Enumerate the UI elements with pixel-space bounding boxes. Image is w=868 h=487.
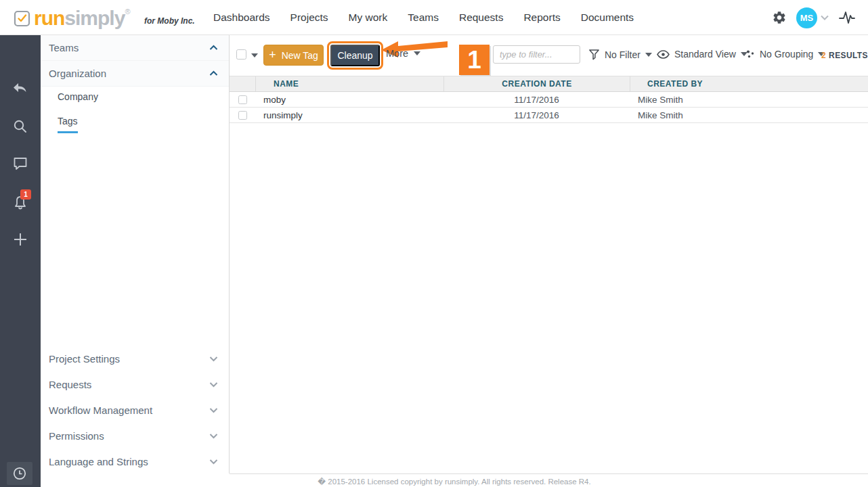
nav-item-reports[interactable]: Reports — [523, 11, 560, 24]
activity-pulse-icon[interactable] — [838, 9, 856, 26]
cell-created-by: Mike Smith — [630, 108, 868, 122]
chevron-down-icon — [209, 433, 218, 439]
cell-creation-date: 11/17/2016 — [443, 108, 630, 122]
filter-input[interactable] — [493, 45, 580, 64]
brand-name-simply: simply — [64, 7, 125, 30]
add-button[interactable] — [0, 225, 41, 254]
chevron-down-icon — [414, 51, 420, 55]
column-header-name[interactable]: NAME — [255, 76, 443, 91]
sidebar-section-organization[interactable]: Organization — [41, 61, 229, 87]
nav-item-dashboards[interactable]: Dashboards — [213, 11, 270, 24]
eye-icon — [657, 50, 670, 59]
plus-icon: + — [269, 49, 276, 61]
tags-table: NAME CREATION DATE CREATED BY moby 11/17… — [230, 76, 868, 123]
sidebar-section-project-settings[interactable]: Project Settings — [41, 346, 229, 371]
table-row[interactable]: moby 11/17/2016 Mike Smith — [230, 92, 868, 108]
cell-created-by: Mike Smith — [630, 92, 868, 107]
chat-button[interactable] — [0, 149, 41, 179]
table-header-row: NAME CREATION DATE CREATED BY — [230, 76, 868, 92]
back-button[interactable] — [0, 73, 41, 103]
chevron-down-icon — [645, 53, 652, 57]
chevron-up-icon — [209, 45, 218, 51]
row-checkbox[interactable] — [238, 95, 247, 104]
sidebar-section-teams[interactable]: Teams — [41, 35, 229, 61]
cell-name: runsimply — [255, 108, 443, 122]
view-dropdown[interactable]: Standard View — [657, 49, 747, 60]
tags-toolbar: + New Tag Cleanup More 1 No Filter — [230, 35, 868, 76]
column-header-created-by[interactable]: CREATED BY — [630, 76, 868, 91]
table-row[interactable]: runsimply 11/17/2016 Mike Smith — [230, 108, 868, 123]
cleanup-button[interactable]: Cleanup — [330, 45, 380, 66]
footer-divider — [230, 473, 868, 474]
app-logo[interactable]: runsimply® — [14, 7, 130, 30]
row-checkbox[interactable] — [238, 111, 247, 120]
plus-icon — [13, 232, 28, 247]
new-tag-button[interactable]: + New Tag — [263, 45, 324, 66]
sidebar-section-workflow-management[interactable]: Workflow Management — [41, 397, 229, 423]
brand-registered-mark: ® — [125, 7, 130, 16]
top-bar: runsimply® for Moby Inc. Dashboards Proj… — [0, 0, 868, 35]
main-content: + New Tag Cleanup More 1 No Filter — [230, 35, 868, 473]
recent-button[interactable] — [7, 462, 32, 485]
chevron-down-icon — [209, 356, 218, 362]
top-bar-right: MS — [772, 0, 856, 35]
settings-gear-icon[interactable] — [772, 10, 787, 25]
user-avatar[interactable]: MS — [796, 7, 817, 28]
more-menu[interactable]: More — [386, 48, 420, 59]
cell-name: moby — [255, 92, 443, 107]
sidebar-section-permissions[interactable]: Permissions — [41, 423, 229, 448]
grouping-dots-icon — [745, 49, 755, 59]
clock-icon — [12, 466, 27, 481]
notifications-button[interactable]: 1 — [0, 187, 41, 217]
nav-item-teams[interactable]: Teams — [408, 11, 439, 24]
sidebar-section-language-and-strings[interactable]: Language and Strings — [41, 448, 229, 474]
annotation-step-badge: 1 — [459, 45, 490, 75]
top-navigation: Dashboards Projects My work Teams Reques… — [213, 0, 634, 35]
grouping-dropdown[interactable]: No Grouping — [745, 49, 825, 60]
results-count: 2RESULTS — [821, 51, 868, 60]
search-icon — [13, 119, 28, 134]
chat-bubble-icon — [13, 157, 28, 170]
nav-item-projects[interactable]: Projects — [290, 11, 328, 24]
chevron-down-icon — [821, 15, 829, 20]
notification-badge: 1 — [20, 189, 31, 200]
chevron-down-icon — [209, 407, 218, 413]
user-menu[interactable]: MS — [796, 7, 829, 28]
logo-checkbox-icon — [14, 9, 31, 27]
icon-rail: 1 — [0, 35, 41, 487]
brand-name-run: run — [34, 7, 64, 30]
chevron-up-icon — [209, 70, 218, 76]
column-header-creation-date[interactable]: CREATION DATE — [443, 76, 630, 91]
nav-item-requests[interactable]: Requests — [459, 11, 503, 24]
sidebar-section-requests[interactable]: Requests — [41, 371, 229, 397]
funnel-icon — [588, 49, 600, 60]
sidebar-item-company[interactable]: Company — [58, 91, 98, 102]
chevron-down-icon — [209, 459, 218, 465]
sidebar-item-tags[interactable]: Tags — [58, 116, 78, 133]
select-all-checkbox[interactable] — [236, 49, 246, 60]
back-arrow-icon — [12, 81, 28, 95]
nav-item-documents[interactable]: Documents — [581, 11, 634, 24]
cell-creation-date: 11/17/2016 — [443, 92, 630, 107]
bell-icon: 1 — [12, 194, 28, 210]
nav-item-my-work[interactable]: My work — [349, 11, 388, 24]
select-all-caret-icon[interactable] — [251, 53, 258, 57]
filter-dropdown[interactable]: No Filter — [588, 49, 652, 60]
settings-side-panel: Teams Organization Company Tags Project … — [41, 35, 230, 473]
footer-copyright: � 2015-2016 Licensed copyright by runsim… — [41, 477, 868, 486]
chevron-down-icon — [209, 381, 218, 388]
header-checkbox-spacer — [230, 76, 255, 91]
brand-tagline: for Moby Inc. — [144, 16, 195, 26]
search-button[interactable] — [0, 112, 41, 141]
